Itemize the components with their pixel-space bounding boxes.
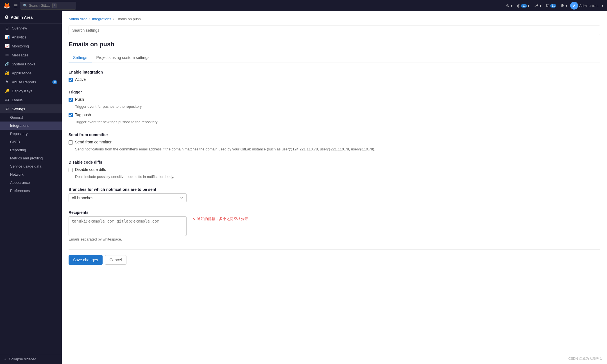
- push-hint: Trigger event for pushes to the reposito…: [75, 104, 600, 109]
- disable-code-diffs-checkbox[interactable]: [69, 168, 73, 172]
- monitoring-icon: 📈: [4, 44, 10, 48]
- sidebar-item-settings[interactable]: ⚙ Settings: [0, 104, 62, 113]
- annotation-text: 通知的邮箱，多个之间空格分开: [197, 216, 248, 221]
- recipients-textarea[interactable]: [69, 216, 187, 236]
- active-label: Active: [75, 77, 86, 82]
- divider: [69, 249, 600, 249]
- preferences-label: Preferences: [10, 189, 30, 193]
- analytics-icon: 📊: [4, 35, 10, 39]
- sidebar-sub-service-usage[interactable]: Service usage data: [0, 162, 62, 170]
- gitlab-logo: 🦊: [3, 2, 10, 9]
- main-layout: ⚙ Admin Area ⊞ Overview 📊 Analytics 📈 Mo…: [0, 11, 607, 364]
- sidebar-item-analytics[interactable]: 📊 Analytics: [0, 33, 62, 42]
- admin-area-header: ⚙ Admin Area: [0, 11, 62, 24]
- push-checkbox[interactable]: [69, 98, 73, 102]
- sidebar-item-overview[interactable]: ⊞ Overview: [0, 24, 62, 33]
- tag-push-checkbox[interactable]: [69, 113, 73, 117]
- overview-icon: ⊞: [4, 26, 10, 30]
- recipients-label: Recipients: [69, 210, 600, 215]
- sidebar-item-label: Deploy Keys: [12, 89, 32, 93]
- help-button[interactable]: ⚙ ▾: [559, 2, 569, 9]
- sidebar-sub-integrations[interactable]: Integrations: [0, 122, 62, 130]
- send-from-committer-checkbox-row: Send from committer: [69, 140, 600, 145]
- breadcrumb-admin-area[interactable]: Admin Area: [69, 17, 87, 21]
- sidebar-item-label: Analytics: [12, 35, 26, 39]
- branches-select[interactable]: All branches Default branch Protected br…: [69, 193, 187, 202]
- tabs: Settings Projects using custom settings: [69, 52, 600, 63]
- sidebar-item-abuse-reports[interactable]: ⚑ Abuse Reports 0: [0, 77, 62, 86]
- send-from-committer-title: Send from committer: [69, 132, 600, 137]
- service-usage-label: Service usage data: [10, 164, 41, 168]
- network-label: Network: [10, 172, 24, 177]
- sidebar-item-deploy-keys[interactable]: 🔑 Deploy Keys: [0, 86, 62, 95]
- collapse-sidebar-button[interactable]: « Collapse sidebar: [0, 354, 62, 364]
- branches-section: Branches for which notifications are to …: [69, 187, 600, 202]
- sidebar-item-label: Abuse Reports: [12, 80, 36, 84]
- sidebar-sub-network[interactable]: Network: [0, 170, 62, 178]
- sidebar-item-messages[interactable]: ✉ Messages: [0, 51, 62, 59]
- avatar: A: [570, 2, 578, 10]
- todos-button[interactable]: ☑ 11: [544, 2, 558, 9]
- sidebar-item-system-hooks[interactable]: 🔗 System Hooks: [0, 59, 62, 68]
- general-label: General: [10, 115, 23, 120]
- send-from-committer-section: Send from committer Send from committer …: [69, 132, 600, 152]
- breadcrumb-current: Emails on push: [116, 17, 141, 21]
- arrow-icon: ↖: [192, 216, 196, 222]
- deploy-keys-icon: 🔑: [4, 89, 10, 93]
- tab-projects-custom[interactable]: Projects using custom settings: [92, 52, 154, 63]
- push-checkbox-row: Push: [69, 97, 600, 102]
- save-changes-button[interactable]: Save changes: [69, 255, 103, 265]
- hooks-icon: 🔗: [4, 62, 10, 66]
- sidebar-item-monitoring[interactable]: 📈 Monitoring: [0, 42, 62, 51]
- send-from-committer-checkbox[interactable]: [69, 140, 73, 145]
- send-from-committer-hint: Send notifications from the committer's …: [75, 147, 600, 152]
- search-placeholder: Search GitLab: [29, 4, 51, 8]
- search-icon: 🔍: [23, 4, 27, 8]
- recipients-annotation: ↖ 通知的邮箱，多个之间空格分开: [192, 216, 248, 222]
- disable-code-diffs-checkbox-row: Disable code diffs: [69, 167, 600, 172]
- messages-icon: ✉: [4, 53, 10, 57]
- merge-requests-button[interactable]: ⎇ ▾: [532, 2, 543, 9]
- sidebar-item-labels[interactable]: 🏷 Labels: [0, 95, 62, 104]
- search-settings-input[interactable]: [69, 26, 600, 35]
- sidebar-sub-reporting[interactable]: Reporting: [0, 146, 62, 154]
- appearance-label: Appearance: [10, 180, 30, 185]
- tab-settings[interactable]: Settings: [69, 52, 92, 63]
- metrics-label: Metrics and profiling: [10, 156, 43, 160]
- push-label: Push: [75, 97, 84, 102]
- cancel-button[interactable]: Cancel: [105, 255, 127, 265]
- sidebar-sub-general[interactable]: General: [0, 113, 62, 122]
- sidebar-item-applications[interactable]: 🔐 Applications: [0, 68, 62, 77]
- sidebar-item-label: Labels: [12, 98, 22, 102]
- sidebar-sub-ci-cd[interactable]: CI/CD: [0, 138, 62, 146]
- trigger-title: Trigger: [69, 90, 600, 94]
- sidebar: ⚙ Admin Area ⊞ Overview 📊 Analytics 📈 Mo…: [0, 11, 62, 364]
- disable-code-diffs-section: Disable code diffs Disable code diffs Do…: [69, 160, 600, 179]
- search-box[interactable]: 🔍 Search GitLab /: [20, 2, 76, 10]
- abuse-badge: 0: [52, 80, 57, 84]
- admin-icon: ⚙: [4, 15, 8, 20]
- collapse-icon: «: [4, 357, 6, 361]
- user-menu[interactable]: A Administrat... ▾: [570, 2, 604, 10]
- breadcrumb-integrations[interactable]: Integrations: [92, 17, 111, 21]
- settings-icon: ⚙: [4, 107, 10, 111]
- create-button[interactable]: ⊕ ▾: [504, 2, 514, 9]
- active-checkbox[interactable]: [69, 78, 73, 82]
- sidebar-item-label: Messages: [12, 53, 28, 57]
- username-label: Administrat...: [579, 4, 601, 8]
- todos-badge: 11: [550, 4, 556, 8]
- tag-push-hint: Trigger event for new tags pushed to the…: [75, 120, 600, 125]
- sidebar-item-label: Applications: [12, 71, 31, 75]
- hamburger-icon[interactable]: ☰: [14, 3, 18, 8]
- sidebar-sub-appearance[interactable]: Appearance: [0, 178, 62, 187]
- sidebar-sub-preferences[interactable]: Preferences: [0, 187, 62, 195]
- breadcrumb-sep-1: ›: [89, 17, 90, 21]
- sidebar-sub-metrics[interactable]: Metrics and profiling: [0, 154, 62, 162]
- ci-cd-label: CI/CD: [10, 140, 20, 144]
- disable-code-diffs-hint: Don't include possibly sensitive code di…: [75, 174, 600, 179]
- abuse-icon: ⚑: [4, 80, 10, 84]
- issues-button[interactable]: ◎ 11 ▾: [515, 2, 531, 9]
- sidebar-sub-repository[interactable]: Repository: [0, 130, 62, 138]
- navbar: 🦊 ☰ 🔍 Search GitLab / ⊕ ▾ ◎ 11 ▾ ⎇ ▾ ☑ 1…: [0, 0, 607, 11]
- recipients-hint: Emails separated by whitespace.: [69, 237, 600, 241]
